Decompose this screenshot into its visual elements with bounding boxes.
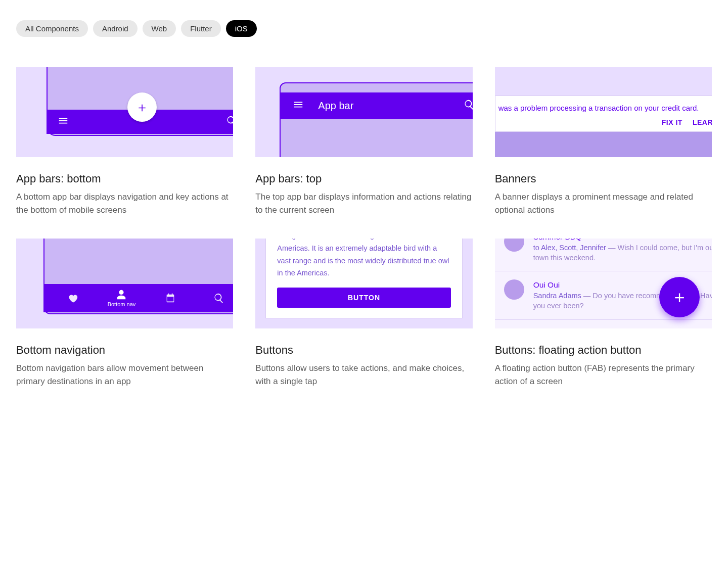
list-item-title: Summer BBQ — [533, 239, 712, 243]
thumb-fab: Summer BBQ to Alex, Scott, Jennifer — Wi… — [495, 239, 712, 328]
search-icon — [226, 115, 233, 128]
list-item-subtitle: to Alex, Scott, Jennifer — [533, 244, 606, 252]
card-description: A floating action button (FAB) represent… — [495, 362, 712, 388]
search-icon — [201, 293, 233, 304]
card-banners[interactable]: was a problem processing a transaction o… — [495, 67, 712, 216]
banner-action-fix-it: FIX IT — [662, 118, 682, 126]
card-app-bars-top[interactable]: App bar App bars: top The top app bar di… — [255, 67, 472, 216]
menu-icon — [293, 99, 304, 112]
heart-icon — [55, 293, 91, 304]
chip-all-components[interactable]: All Components — [16, 20, 88, 37]
calendar-icon — [152, 293, 189, 304]
sample-body-text: The great horned owl is a large owl nati… — [277, 239, 450, 279]
card-description: The top app bar displays information and… — [255, 191, 472, 216]
avatar — [504, 239, 524, 252]
chip-web[interactable]: Web — [143, 20, 176, 37]
card-title: App bars: top — [255, 172, 472, 185]
card-title: Bottom navigation — [16, 344, 233, 357]
app-bar-title: App bar — [318, 100, 449, 112]
filter-chips: All Components Android Web Flutter iOS — [16, 20, 712, 37]
card-title: Banners — [495, 172, 712, 185]
avatar — [504, 279, 524, 300]
thumb-bottom-navigation: Bottom nav — [16, 239, 233, 328]
card-title: App bars: bottom — [16, 172, 233, 185]
thumb-app-bars-bottom: ＋ — [16, 67, 233, 157]
card-buttons[interactable]: The great horned owl is a large owl nati… — [255, 239, 472, 388]
components-grid: ＋ App bars: bottom A bottom app bar disp… — [16, 67, 712, 388]
card-description: A bottom app bar displays navigation and… — [16, 191, 233, 216]
card-description: Bottom navigation bars allow movement be… — [16, 362, 233, 388]
card-bottom-navigation[interactable]: Bottom nav Bottom navigation Bottom navi… — [16, 239, 233, 388]
plus-icon: ＋ — [659, 277, 700, 317]
chip-flutter[interactable]: Flutter — [181, 20, 221, 37]
thumb-banners: was a problem processing a transaction o… — [495, 67, 712, 157]
card-title: Buttons: floating action button — [495, 344, 712, 357]
list-item: Summer BBQ to Alex, Scott, Jennifer — Wi… — [495, 239, 712, 271]
card-title: Buttons — [255, 344, 472, 357]
thumb-app-bars-top: App bar — [255, 67, 472, 157]
menu-icon — [58, 115, 69, 128]
card-description: Buttons allow users to take actions, and… — [255, 362, 472, 388]
card-fab[interactable]: Summer BBQ to Alex, Scott, Jennifer — Wi… — [495, 239, 712, 388]
search-icon — [464, 99, 473, 112]
thumb-buttons: The great horned owl is a large owl nati… — [255, 239, 472, 328]
banner-message: was a problem processing a transaction o… — [498, 103, 712, 113]
chip-ios[interactable]: iOS — [226, 20, 257, 37]
bottom-nav-label: Bottom nav — [108, 301, 136, 307]
chip-android[interactable]: Android — [93, 20, 138, 37]
bottom-nav-active-item: Bottom nav — [103, 289, 140, 307]
list-item-subtitle: Sandra Adams — [533, 292, 581, 300]
contained-button-sample: BUTTON — [277, 288, 450, 308]
plus-icon: ＋ — [127, 92, 157, 122]
card-description: A banner displays a prominent message an… — [495, 191, 712, 216]
card-app-bars-bottom[interactable]: ＋ App bars: bottom A bottom app bar disp… — [16, 67, 233, 216]
banner-action-learn-more: LEARN MORE — [693, 118, 712, 126]
